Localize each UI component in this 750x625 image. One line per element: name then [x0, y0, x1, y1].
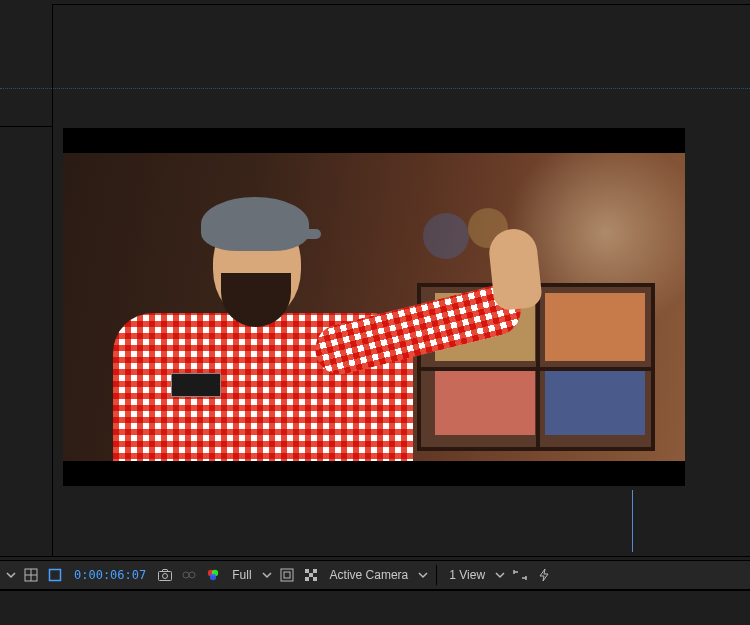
svg-point-5 — [189, 572, 195, 578]
active-camera-chevron[interactable] — [416, 564, 430, 586]
mask-path-icon — [47, 567, 63, 583]
preview-content — [545, 371, 645, 435]
svg-rect-14 — [305, 577, 309, 581]
snapshot-button[interactable] — [154, 564, 176, 586]
toolbar-separator — [436, 565, 437, 585]
lower-panel — [0, 590, 750, 625]
pixel-aspect-button[interactable] — [509, 564, 531, 586]
current-time-indicator[interactable] — [632, 490, 633, 552]
panel-border — [52, 4, 750, 5]
region-of-interest-button[interactable] — [276, 564, 298, 586]
checkerboard-icon — [303, 567, 319, 583]
view-count-label: 1 View — [449, 568, 485, 582]
svg-rect-1 — [50, 570, 61, 581]
svg-point-8 — [210, 574, 216, 580]
chevron-down-icon — [418, 570, 428, 580]
preview-content — [545, 293, 645, 361]
roi-icon — [279, 567, 295, 583]
svg-point-4 — [183, 572, 189, 578]
svg-point-3 — [163, 574, 168, 579]
svg-rect-2 — [159, 572, 172, 581]
camera-icon — [157, 567, 173, 583]
resolution-dropdown-chevron[interactable] — [260, 564, 274, 586]
chevron-down-icon — [495, 570, 505, 580]
grid-icon — [23, 567, 39, 583]
svg-rect-12 — [313, 569, 317, 573]
snapshot-show-icon — [181, 567, 197, 583]
panel-border — [0, 126, 52, 127]
view-count-chevron[interactable] — [493, 564, 507, 586]
chevron-down-icon — [6, 570, 16, 580]
magnification-dropdown[interactable] — [4, 564, 18, 586]
svg-rect-9 — [281, 569, 293, 581]
svg-rect-15 — [313, 577, 317, 581]
app-root: 0:00:06:07 Full Active Camera — [0, 0, 750, 625]
channel-button[interactable] — [202, 564, 224, 586]
resolution-label: Full — [232, 568, 251, 582]
mask-visibility-button[interactable] — [44, 564, 66, 586]
current-time-display[interactable]: 0:00:06:07 — [68, 564, 152, 586]
grid-guides-button[interactable] — [20, 564, 42, 586]
svg-rect-10 — [284, 572, 290, 578]
svg-rect-11 — [305, 569, 309, 573]
composition-panel — [0, 0, 750, 560]
resolution-dropdown[interactable]: Full — [226, 564, 257, 586]
active-camera-dropdown[interactable]: Active Camera — [324, 564, 415, 586]
composition-preview[interactable] — [63, 153, 685, 461]
svg-rect-13 — [309, 573, 313, 577]
panel-border — [52, 4, 53, 556]
active-camera-label: Active Camera — [330, 568, 409, 582]
chevron-down-icon — [262, 570, 272, 580]
show-snapshot-button[interactable] — [178, 564, 200, 586]
view-count-dropdown[interactable]: 1 View — [443, 564, 491, 586]
preview-content — [83, 191, 503, 461]
pixel-aspect-icon — [512, 567, 528, 583]
transparency-grid-button[interactable] — [300, 564, 322, 586]
fast-previews-button[interactable] — [533, 564, 555, 586]
work-area-bar[interactable] — [0, 88, 750, 90]
composition-preview-frame — [63, 128, 685, 486]
lightning-icon — [536, 567, 552, 583]
panel-border — [0, 556, 750, 557]
rgb-channels-icon — [205, 567, 221, 583]
preview-toolbar: 0:00:06:07 Full Active Camera — [0, 560, 750, 590]
